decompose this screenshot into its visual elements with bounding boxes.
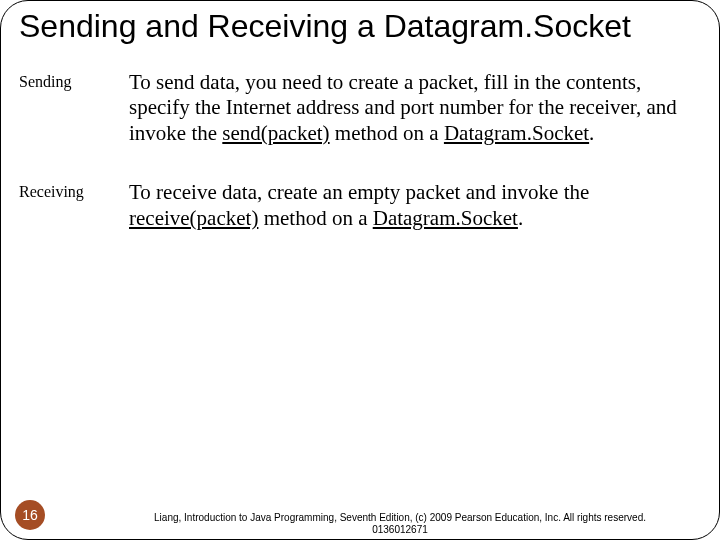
- slide: Sending and Receiving a Datagram.Socket …: [0, 0, 720, 540]
- row-label-receiving: Receiving: [19, 180, 129, 201]
- page-number-badge: 16: [15, 500, 45, 530]
- text: To receive data, create an empty packet …: [129, 180, 589, 204]
- underline-datagram-socket: Datagram.Socket: [444, 121, 589, 145]
- footer-citation: Liang, Introduction to Java Programming,…: [151, 512, 649, 535]
- row-sending: Sending To send data, you need to create…: [19, 70, 701, 147]
- text: .: [589, 121, 594, 145]
- text: .: [518, 206, 523, 230]
- underline-receive-packet: receive(packet): [129, 206, 258, 230]
- underline-send-packet: send(packet): [222, 121, 329, 145]
- slide-title: Sending and Receiving a Datagram.Socket: [19, 9, 701, 44]
- text: method on a: [258, 206, 372, 230]
- row-receiving: Receiving To receive data, create an emp…: [19, 180, 701, 231]
- underline-datagram-socket: Datagram.Socket: [373, 206, 518, 230]
- row-body-sending: To send data, you need to create a packe…: [129, 70, 701, 147]
- row-label-sending: Sending: [19, 70, 129, 91]
- text: method on a: [330, 121, 444, 145]
- row-body-receiving: To receive data, create an empty packet …: [129, 180, 701, 231]
